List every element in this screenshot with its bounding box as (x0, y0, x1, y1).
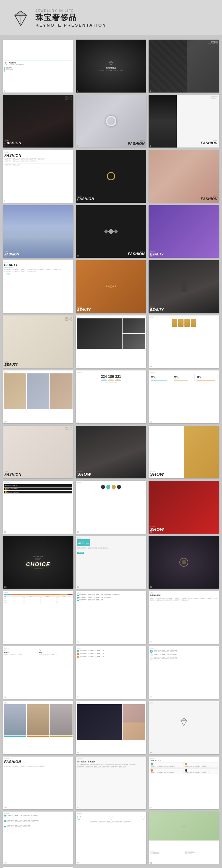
slide-9-fashion: FASHION (201, 197, 218, 201)
slide-13[interactable]: 品质设计 BEAUTY 这里输入文字，这里输入文字，这里输入文字，这里输入文字，… (3, 260, 74, 313)
slide-num-6: 6 (150, 145, 151, 147)
slide-num-8: 8 (77, 200, 78, 202)
slide-42[interactable]: 品质设计 ABOUT US 这里输入文字，这里输入文字，这里输入文字。 这里输入… (148, 756, 219, 809)
slide-1[interactable]: 珠宝奢侈品 KEYNOTE PRESENTATION 品质系列 jewelry … (3, 40, 74, 93)
slide-46[interactable]: 品质设计 FASHION 46 (3, 867, 74, 868)
slide-num-45: 45 (150, 862, 152, 864)
slide-num-23: 23 (77, 476, 79, 478)
slide-43[interactable]: 品质设计 这里输入文字，这里输入文字，这里输入文字，这里输入文字。 这里输入文字… (3, 811, 74, 864)
slide-num-24: 24 (150, 476, 152, 478)
slide-37[interactable]: 品质设计 37 (3, 701, 74, 754)
slide-11[interactable]: 品质设计 FASHION 11 (76, 205, 146, 258)
slide-num-29: 29 (77, 586, 79, 588)
slide-num-38: 38 (77, 751, 79, 753)
slide-19-label: 品质设计 (4, 371, 73, 373)
slide-num-22: 22 (4, 476, 6, 478)
slide-26[interactable]: 品质设计 项目一 项目二 项目三 项目四 (76, 481, 146, 534)
slide-27[interactable]: 品人心得 SHOW 27 (148, 481, 219, 534)
slide-40[interactable]: 品质设计 FASHION 这里输入文字，这里输入文字，这里输入文字，这里输入文字… (3, 756, 74, 809)
slide-17[interactable]: 品质设计 17 (76, 315, 146, 368)
slide-num-28: 28 (4, 586, 6, 588)
slide-45[interactable]: MAP 珠宝奢侈品地址：这里输入地址信息电话：400-XXX-XXXX 网站：w… (148, 811, 219, 864)
slide-35-label: 品质设计 (77, 647, 145, 649)
page-header: JEWELLRY IN LIFE 珠宝奢侈品 KEYNOTE PRESENTAT… (0, 0, 222, 35)
slide-num-18: 18 (150, 365, 152, 368)
slide-34[interactable]: 品质设计 标题一 这里输入文字，这里输入文字，这里输入文字。 标题二 这里输入文… (3, 646, 74, 699)
slide-num-26: 26 (77, 531, 79, 533)
slide-17-label: 品质设计 (77, 316, 145, 318)
slide-7-fashion: FASHION (4, 153, 72, 158)
slide-5[interactable]: 品质设计 FASHION 5 (76, 95, 146, 148)
slide-23[interactable]: 品人心得 SHOW 23 (76, 426, 146, 478)
slide-33[interactable]: 品质设计 品质奢华系列 这里输入文字，这里输入文字，这里输入文字，这里输入文字，… (148, 591, 219, 644)
svg-line-5 (15, 16, 21, 26)
slide-4[interactable]: 品质设计 FASHION 这里输入文字这里输入文字这里输入文字 4 (3, 95, 74, 148)
slide-22-fashion: FASHION (4, 472, 21, 476)
slide-28-cn: 地球的选择 (33, 556, 44, 557)
svg-line-6 (21, 16, 27, 26)
header-title-en: KEYNOTE PRESENTATION (35, 23, 106, 28)
slide-num-14: 14 (77, 310, 79, 312)
slide-28-choice: CHOICE (26, 561, 50, 568)
slide-12[interactable]: 品质设计 BEAUTY 12 (148, 205, 219, 258)
slide-num-3: 3 (150, 90, 151, 92)
slide-41[interactable]: 品质设计 艺术是生活，艺术是美， 艺术充斥着我们的生活，我们在生活中创造艺术，艺… (76, 756, 146, 809)
slide-num-35: 35 (77, 696, 79, 698)
slide-10[interactable]: 品质设计 FASHION 10 (3, 205, 74, 258)
slide-30[interactable]: 30 (148, 536, 219, 589)
slide-num-44: 44 (77, 862, 79, 864)
slide-num-40: 40 (4, 807, 6, 809)
slide-22[interactable]: 品质设计 FASHION 这里输入文字这里输入文字 22 (3, 426, 74, 478)
slide-32-label: 品质设计 (77, 592, 145, 594)
slide-44-label: 品质设计 (77, 813, 145, 814)
slide-31-label: 品质设计 (4, 592, 73, 593)
slide-39[interactable]: 品质设计 39 (148, 701, 219, 754)
slide-8[interactable]: 品质设计 FASHION 8 (76, 150, 146, 203)
slide-35[interactable]: 品质设计 这里输入文字，这里输入文字，这里输入文字。 这里输入文字，这里输入文字… (76, 646, 146, 699)
slide-24[interactable]: 品人心得 SHOW 24 (148, 426, 219, 478)
slide-42-label: 品质设计 (150, 758, 218, 759)
slide-41-label: 品质设计 (77, 758, 145, 760)
slide-num-30: 30 (150, 586, 152, 588)
slide-1-title-en: KEYNOTE PRESENTATION (9, 64, 24, 65)
slide-36-label: 品质设计 (150, 647, 218, 649)
slide-29[interactable]: 品质设计 400 电话 这里输入联系信息，这里输入联系信息，这里输入联系信息。 … (76, 536, 146, 589)
slide-3[interactable]: 珠宝奢侈品 JEWELLRY IN LIFE 3 (148, 40, 219, 93)
slide-20[interactable]: 品质设计 234 数量统计 186 数量统计 321 数量统计 这 (76, 370, 146, 423)
slide-16[interactable]: 品质设计 BEAUTY 这里输入文字这里输入文字这里输入文字 16 (3, 315, 74, 368)
slide-18[interactable]: 品质设计 18 (148, 315, 219, 368)
slide-9[interactable]: 品质设计 FASHION 9 (148, 150, 219, 203)
slide-2[interactable]: 珠宝奢侈品 KEYNOTE PRESENTATION 2 (76, 40, 146, 93)
slide-6-fashion: FASHION (201, 141, 218, 145)
slide-36[interactable]: 品质设计 ● 这里输入文字，这里输入文字，这里输入文字。 这里输入文字，这里输入… (148, 646, 219, 699)
slide-num-5: 5 (77, 145, 78, 147)
slide-28[interactable]: 地球的选择 地球的 CHOICE 28 (3, 536, 74, 589)
slide-num-19: 19 (4, 421, 6, 423)
slide-7-top: 品质设计 (4, 151, 72, 153)
slide-7[interactable]: 品质设计 FASHION 这里输入文字，这里输入文字，这里输入文字，这里输入文字… (3, 150, 74, 203)
slide-34-label: 品质设计 (4, 647, 72, 649)
slide-38-label: 品质设计 (77, 702, 145, 704)
slide-num-41: 41 (77, 807, 79, 809)
slide-32[interactable]: 品质设计 这里输入文字，这里输入文字，这里输入文字，这里输入文字，这里输入文字。… (76, 591, 146, 644)
slide-25[interactable]: 品质设计 选项一 OPTION ONE 选项二 OPTION TWO 选项三 O… (3, 481, 74, 534)
slide-15[interactable]: 品质设计 BEAUTY 15 (148, 260, 219, 313)
slide-19[interactable]: 品质设计 19 (3, 370, 74, 423)
slide-26-label: 品质设计 (77, 482, 145, 484)
slide-num-10: 10 (4, 255, 6, 257)
slide-num-33: 33 (150, 641, 152, 643)
slide-num-4: 4 (4, 145, 5, 147)
slide-2-en: KEYNOTE PRESENTATION (99, 69, 123, 71)
slide-27-show: SHOW (150, 527, 164, 532)
slide-num-34: 34 (4, 696, 6, 698)
header-text-block: JEWELLRY IN LIFE 珠宝奢侈品 KEYNOTE PRESENTAT… (35, 9, 106, 28)
slide-6[interactable]: 品质设计 FASHION 这里输入文字这里输入文字 6 (148, 95, 219, 148)
slide-num-13: 13 (4, 310, 6, 312)
slide-44[interactable]: 品质设计 1 2 3 这里输入文字，这里输入文字，这里输入文字，这里输入文字，这… (76, 811, 146, 864)
slide-21[interactable]: 品质设计 ◆ 88% 这里输入文字 ◆ 76% 这里输入文字 ◆ 92% (148, 370, 219, 423)
slide-38[interactable]: 品质设计 38 (76, 701, 146, 754)
svg-marker-10 (109, 61, 113, 66)
slide-4-fashion: FASHION (4, 141, 21, 145)
slide-14[interactable]: 品质设计 BEAUTY 14 (76, 260, 146, 313)
slide-31[interactable]: 品质设计 项目 数据1 数据2 数据3 类别一234186321 类别二1452… (3, 591, 74, 644)
